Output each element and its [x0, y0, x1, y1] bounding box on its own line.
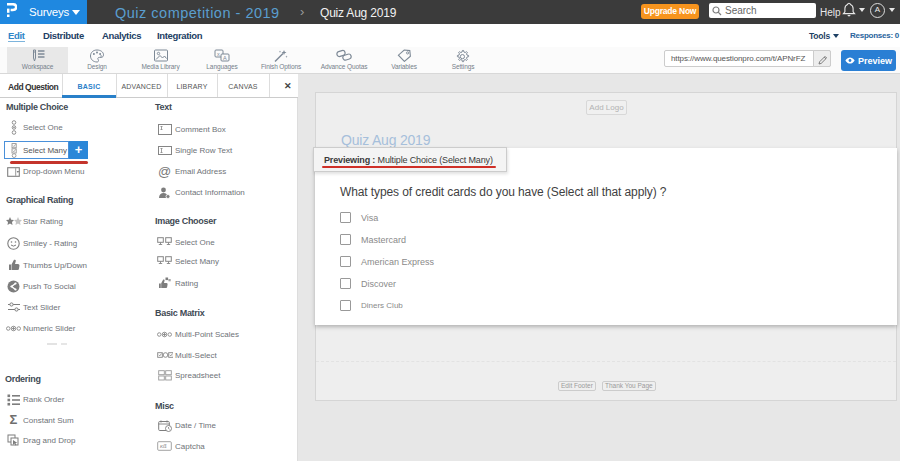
- svg-text:A: A: [223, 55, 227, 61]
- svg-text:κß: κß: [160, 443, 167, 449]
- svg-text:x: x: [217, 51, 220, 57]
